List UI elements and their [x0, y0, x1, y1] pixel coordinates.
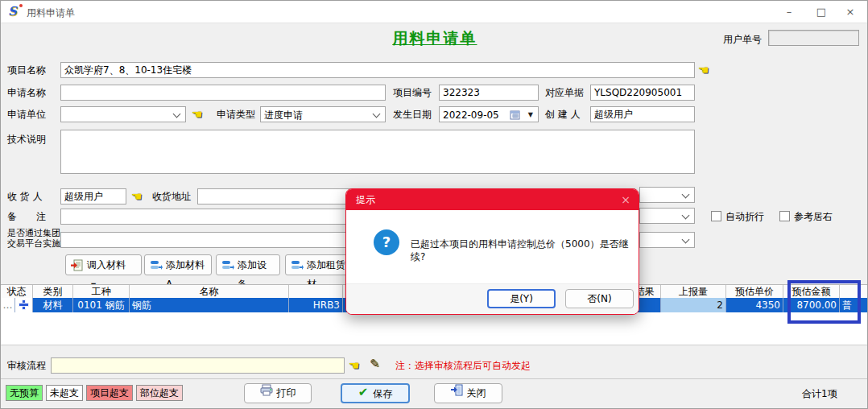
apply-name-label: 申请名称 — [7, 85, 46, 101]
col-work-type[interactable]: 工种 — [73, 285, 130, 299]
save-button[interactable]: ✔保存 — [341, 383, 410, 403]
total-count: 合计1项 — [802, 386, 837, 402]
chevron-down-icon — [373, 110, 381, 118]
window-title: 用料申请单 — [27, 6, 75, 20]
calendar-icon[interactable] — [510, 109, 520, 120]
row-category-cell: 材料 — [33, 298, 73, 312]
print-button[interactable]: 打印 — [244, 383, 312, 403]
dialog-yes-button[interactable]: 是(Y) — [487, 289, 556, 308]
row-est-amount-cell: 8700.00 — [783, 298, 840, 312]
add-row-icon — [291, 259, 304, 271]
question-icon: ? — [374, 229, 399, 255]
project-name-input[interactable] — [60, 62, 695, 78]
apply-unit-label: 申请单位 — [7, 106, 46, 122]
row-name-cell: 钢筋 — [130, 298, 289, 312]
apply-unit-picker-hand-icon[interactable]: ☚ — [192, 107, 208, 122]
chevron-down-icon — [682, 212, 690, 220]
col-extra[interactable] — [840, 285, 868, 299]
check-icon: ✔ — [358, 385, 369, 399]
row-report-qty-cell[interactable]: 2 — [661, 298, 726, 312]
col-est-price[interactable]: 预估单价 — [726, 285, 783, 299]
row-status-cell — [15, 298, 33, 312]
print-label: 打印 — [277, 384, 296, 403]
footer-divider — [1, 378, 868, 379]
close-button[interactable]: × — [837, 1, 864, 23]
apply-type-select[interactable]: 进度申请 — [260, 106, 386, 122]
add-material-button[interactable]: 添加材料A — [144, 254, 212, 275]
add-equipment-button[interactable]: 添加设备 — [216, 254, 280, 275]
via-group-label: 是否通过集团交易平台实施 — [7, 228, 60, 249]
project-no-input[interactable] — [439, 85, 539, 101]
occur-date-value: 2022-09-05 — [443, 109, 499, 122]
col-status[interactable]: 状态 — [1, 285, 33, 299]
occur-date-label: 发生日期 — [393, 106, 432, 122]
review-flow-input[interactable] — [51, 357, 345, 374]
project-picker-hand-icon[interactable]: ☚ — [698, 63, 714, 77]
status-cross-icon — [19, 300, 28, 309]
row-spec-cell: HRB3 — [289, 298, 343, 312]
creator-input[interactable] — [590, 106, 695, 122]
calendar-dropdown-icon[interactable]: ▼ — [528, 111, 533, 118]
legend-part-over: 部位超支 — [136, 385, 183, 401]
row-extra-cell: 普 — [840, 298, 868, 312]
user-no-label: 用户单号 — [723, 31, 762, 48]
auto-wrap-label: 自动折行 — [725, 209, 764, 225]
legend-no-budget: 无预算 — [6, 385, 43, 401]
col-report-qty[interactable]: 上报量 — [661, 285, 726, 299]
edit-pencil-icon[interactable]: ✎ — [370, 357, 380, 371]
receive-addr-label: 收货地址 — [152, 188, 191, 204]
col-name[interactable]: 名称 — [130, 285, 289, 299]
dialog-no-button[interactable]: 否(N) — [565, 289, 634, 308]
row-selector-cell[interactable]: … — [1, 298, 15, 312]
legend-project-over: 项目超支 — [86, 385, 133, 401]
row-est-price-cell: 4350 — [726, 298, 783, 312]
close-form-label: 关闭 — [467, 384, 486, 403]
exit-door-icon — [451, 384, 463, 396]
col-spec[interactable] — [289, 285, 343, 299]
apply-unit-select[interactable] — [60, 106, 186, 122]
user-no-input[interactable] — [768, 30, 859, 46]
remark-label: 备 注 — [7, 209, 46, 225]
auto-wrap-checkbox[interactable] — [711, 211, 721, 221]
tech-note-textarea[interactable] — [60, 130, 695, 174]
apply-name-input[interactable] — [60, 85, 386, 101]
project-name-label: 项目名称 — [7, 62, 46, 78]
ref-right-checkbox[interactable] — [779, 211, 790, 221]
remark-select[interactable] — [639, 208, 695, 224]
legend-not-over: 未超支 — [46, 385, 83, 401]
dialog-titlebar: 提示 — [346, 189, 639, 210]
chevron-down-icon — [682, 191, 690, 199]
close-form-button[interactable]: 关闭 — [434, 383, 502, 403]
maximize-button[interactable]: □ — [808, 1, 835, 23]
add-row-icon — [221, 259, 234, 271]
review-picker-hand-icon[interactable]: ☚ — [349, 358, 365, 373]
material-request-window: S 用料申请单 – □ × 用料申请单 用户单号 项目名称 ☚ 申请名称 项目编… — [0, 0, 868, 409]
col-est-amount[interactable]: 预估金额 — [783, 285, 840, 299]
dialog-message: 已超过本项目的用料申请控制总价（5000）是否继续? — [411, 238, 630, 263]
creator-label: 创 建 人 — [545, 106, 581, 122]
receiver-label: 收 货 人 — [7, 188, 43, 204]
col-category[interactable]: 类别 — [33, 285, 73, 299]
dialog-title: 提示 — [356, 194, 375, 205]
occur-date-picker[interactable]: 2022-09-05 ▼ — [439, 106, 539, 122]
row-worktype-cell: 0101 钢筋 — [73, 298, 130, 312]
project-no-label: 项目编号 — [393, 85, 432, 101]
save-label: 保存 — [373, 385, 392, 403]
dialog-close-icon[interactable]: × — [621, 189, 630, 210]
table-empty-area — [1, 312, 868, 345]
review-note: 注：选择审核流程后可自动发起 — [395, 357, 531, 374]
related-doc-input[interactable] — [590, 85, 695, 101]
ref-right-label: 参考居右 — [794, 209, 833, 225]
import-doc-icon — [71, 259, 83, 271]
apply-type-value: 进度申请 — [264, 109, 303, 122]
receive-addr-select[interactable] — [639, 187, 695, 203]
printer-icon — [260, 384, 273, 396]
minimize-button[interactable]: – — [775, 1, 803, 23]
import-material-button[interactable]: 调入材料▼ — [65, 254, 142, 275]
add-row-icon — [150, 259, 163, 271]
chevron-down-icon — [173, 110, 181, 118]
via-group-select[interactable] — [639, 232, 695, 248]
receiver-input[interactable] — [60, 188, 126, 204]
review-flow-label: 审核流程 — [7, 357, 46, 374]
receiver-picker-hand-icon[interactable]: ☚ — [131, 189, 147, 204]
